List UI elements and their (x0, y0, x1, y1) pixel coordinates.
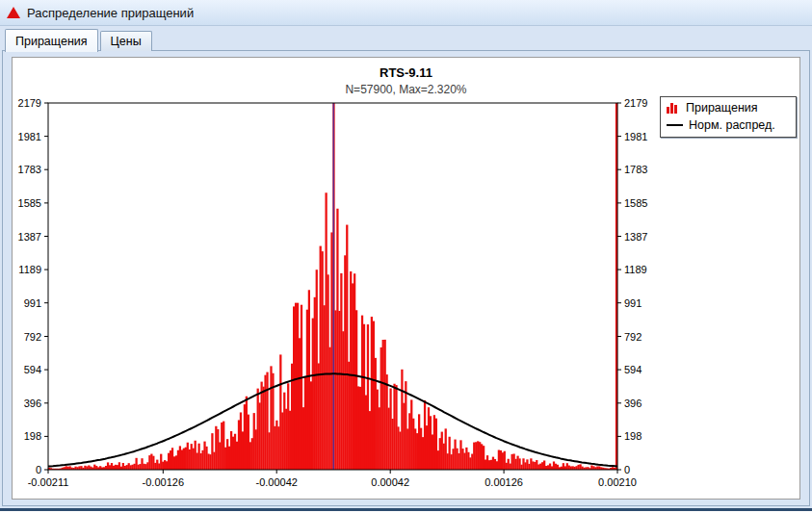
svg-text:792: 792 (624, 331, 642, 343)
svg-text:792: 792 (24, 331, 41, 343)
svg-text:1783: 1783 (624, 164, 647, 175)
svg-text:0.00042: 0.00042 (371, 476, 409, 488)
svg-text:991: 991 (24, 297, 41, 309)
chart-subtitle: N=57900, Max=2.320% (13, 83, 799, 96)
legend-label-increments: Приращения (686, 101, 758, 115)
svg-text:1585: 1585 (18, 197, 41, 209)
chart-title: RTS-9.11 (13, 65, 799, 80)
svg-text:0.00126: 0.00126 (485, 476, 523, 488)
svg-text:0.00210: 0.00210 (598, 476, 637, 488)
svg-text:594: 594 (624, 364, 642, 375)
app-icon (7, 7, 20, 18)
svg-text:-0.00126: -0.00126 (143, 476, 184, 488)
svg-text:396: 396 (24, 398, 41, 409)
svg-text:2179: 2179 (624, 97, 647, 109)
legend: Приращения Норм. распред. (660, 96, 797, 138)
svg-text:198: 198 (624, 430, 642, 442)
legend-item-normal: Норм. распред. (667, 118, 788, 132)
tab-increments[interactable]: Приращения (5, 29, 98, 52)
svg-text:2179: 2179 (18, 97, 41, 109)
normal-curve-line-icon (667, 124, 683, 126)
svg-text:-0.00211: -0.00211 (28, 476, 69, 488)
chart-panel: RTS-9.11 N=57900, Max=2.320% 00198198396… (12, 57, 800, 500)
svg-text:1981: 1981 (18, 131, 41, 142)
svg-text:1585: 1585 (624, 197, 647, 209)
svg-text:1783: 1783 (18, 164, 41, 175)
legend-item-increments: Приращения (667, 101, 788, 115)
histogram-series (49, 103, 616, 470)
svg-text:1981: 1981 (624, 131, 647, 142)
svg-text:991: 991 (624, 297, 642, 309)
tab-bar: Приращения Цены (0, 26, 812, 51)
tab-prices[interactable]: Цены (100, 31, 152, 51)
svg-text:1387: 1387 (18, 231, 41, 243)
svg-text:0: 0 (624, 464, 630, 475)
svg-text:1189: 1189 (18, 264, 41, 275)
svg-text:1189: 1189 (624, 264, 647, 275)
titlebar[interactable]: Распределение приращений (0, 0, 812, 26)
svg-text:-0.00042: -0.00042 (255, 476, 297, 488)
svg-text:1387: 1387 (624, 231, 647, 243)
legend-label-normal: Норм. распред. (689, 118, 775, 132)
app-window: Распределение приращений Приращения Цены… (0, 0, 812, 513)
svg-text:0: 0 (36, 464, 41, 475)
svg-text:594: 594 (24, 364, 41, 375)
svg-text:198: 198 (24, 430, 41, 442)
histogram-bars-icon (667, 102, 680, 114)
tab-page: RTS-9.11 N=57900, Max=2.320% 00198198396… (2, 50, 810, 506)
svg-text:396: 396 (624, 398, 642, 409)
window-title: Распределение приращений (27, 6, 194, 20)
